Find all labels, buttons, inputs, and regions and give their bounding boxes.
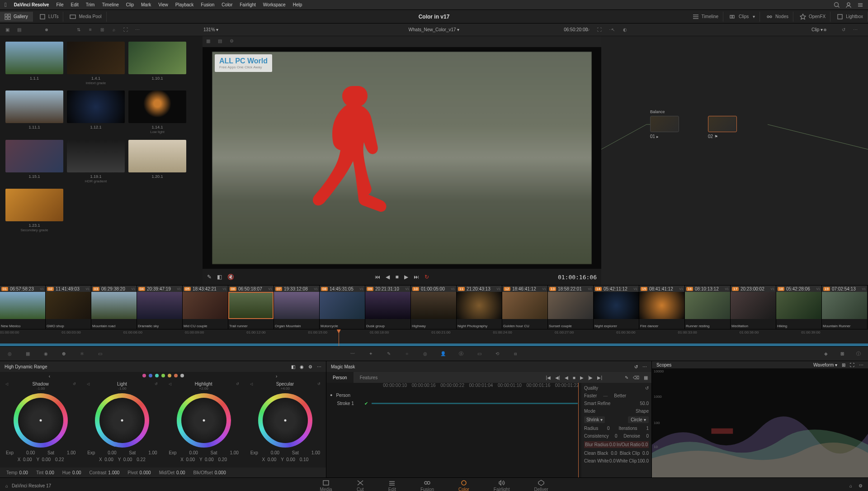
menu-fairlight[interactable]: Fairlight [240,2,256,7]
hdr-wheel-icon[interactable]: ◉ [300,364,304,369]
timeline-toggle[interactable]: Timeline [688,12,723,22]
apple-icon[interactable]:  [5,1,7,8]
mask-step-back-icon[interactable]: ◀| [555,375,560,380]
menu-edit[interactable]: Edit [71,2,79,7]
mask-tab-features[interactable]: Features [354,372,384,383]
cons-value[interactable]: 0 [615,434,618,439]
adjust-icon[interactable]: ◐ [621,26,628,33]
user-icon[interactable] [845,2,852,8]
zone-dot[interactable] [142,374,146,377]
clip-thumb[interactable]: 0306:29:38:20V1Mountain road [91,286,137,329]
luts-tab[interactable]: LUTs [35,12,64,22]
app-name[interactable]: DaVinci Resolve [14,2,49,7]
cw-value[interactable]: 0.0 [609,458,616,463]
gallery-thumb[interactable]: 1.23.1Secondary grade [5,189,63,232]
motion-icon[interactable]: ▭ [96,350,104,358]
stop-button[interactable]: ■ [395,274,398,280]
mask-tab-person[interactable]: Person [326,372,354,383]
den-value[interactable]: 0 [646,434,649,439]
info-icon[interactable]: ⓘ [854,350,863,358]
mode-select[interactable]: Shrink ▾ [584,416,605,423]
reset-icon[interactable]: ↺ [840,26,847,33]
sizing-icon[interactable]: ⟲ [493,350,501,358]
expand-icon[interactable]: ⛶ [122,26,129,33]
smart-refine-value[interactable]: 50.0 [640,401,649,406]
camera-raw-icon[interactable]: ◎ [5,350,14,358]
mask-erase-icon[interactable]: ⌫ [633,375,639,380]
viewer-mode-a-icon[interactable]: ▦ [206,38,212,45]
home2-icon[interactable]: ⌂ [849,483,852,488]
hdr-wheel[interactable]: ◁Shadow↺ -1.00 Exp0.00Sat1.00 X 0.00Y 0.… [0,380,81,467]
clip-thumb[interactable]: 1121:20:43:13V1Night Photography [457,286,502,329]
clip-thumb[interactable]: 1218:46:41:12V1Golden hour CU [502,286,548,329]
menu-icon[interactable] [857,2,863,8]
menu-timeline[interactable]: Timeline [102,2,118,7]
gallery-thumb[interactable]: 1.11.1 [5,91,63,134]
clip-thumb[interactable]: 1608:10:13:12V1Runner resting [685,286,731,329]
mute-icon[interactable]: 🔇 [227,274,234,280]
blur-value[interactable]: 0.0 [609,442,616,447]
viewer-mode-b-icon[interactable]: ▤ [218,38,224,45]
menu-mark[interactable]: Mark [141,2,151,7]
mask-overlay-icon[interactable]: ▦ [644,375,648,380]
clip-thumb[interactable]: 1805:42:28:06V1Hiking [776,286,822,329]
zone-dot[interactable] [174,374,178,377]
clip-name[interactable]: Whats_New_Color_v17 ▾ [409,27,460,32]
clip-thumb[interactable]: 0211:41:49:03V1GMO shop [46,286,91,329]
color-match-icon[interactable]: ▦ [24,350,32,358]
menu-clip[interactable]: Clip [126,2,134,7]
clip-thumb[interactable]: 0920:21:31:10V1Dusk group [365,286,411,329]
wheel-next[interactable]: › [276,374,277,379]
clip-thumb[interactable]: 1001:00:05:00V1Highway [411,286,457,329]
viewer[interactable]: ALL PC World Free Apps One Click Away [203,47,601,269]
more3-icon[interactable]: ⋯ [852,26,859,33]
menu-fusion[interactable]: Fusion [201,2,214,7]
hdr-wheel[interactable]: ◁Highlight↺ +2.00 Exp0.00Sat1.00 X 0.00Y… [163,380,245,467]
clip-thumb[interactable]: 0814:45:31:05V1Motorcycle [320,286,365,329]
clip-thumb[interactable]: 0106:57:58:23V1New Mexico [0,286,46,329]
scope-expand-icon[interactable]: ⛶ [850,362,854,367]
first-frame-button[interactable]: ⏮ [375,274,380,280]
more-icon[interactable]: ⋯ [134,26,141,33]
expand2-icon[interactable]: ⛶ [596,26,603,33]
clip-timeline[interactable]: 0106:57:58:23V1New Mexico0211:41:49:03V1… [0,285,868,329]
gallery-tab[interactable]: Gallery [0,12,33,22]
list-view-icon[interactable]: ≡ [87,26,94,33]
sync-icon[interactable]: ↻ [584,26,591,33]
menu-help[interactable]: Help [293,2,302,7]
wc-value[interactable]: 100.0 [637,458,649,463]
bc-value[interactable]: 0.0 [642,451,649,456]
clip-thumb[interactable]: 0518:43:42:21V1Mid CU couple [183,286,228,329]
3d-icon[interactable]: ⧈ [511,350,519,358]
playhead[interactable] [339,329,339,346]
menu-playback[interactable]: Playback [175,2,194,7]
magic-mask-icon[interactable]: 👤 [439,350,447,358]
play-button[interactable]: ▶ [404,274,408,280]
zone-dot[interactable] [155,374,159,377]
hdr-icon[interactable]: ⊕ [60,350,68,358]
clip-thumb[interactable]: 1907:02:54:13V1Mountain Runner [822,286,868,329]
grid-view-icon[interactable]: ⊞ [99,26,106,33]
warper-icon[interactable]: ✦ [367,350,375,358]
blur-icon[interactable]: Ⓐ [457,350,465,358]
clip-thumb[interactable]: 1508:41:41:12V1Fire dancer [639,286,685,329]
mask-reset-icon[interactable]: ↺ [634,364,638,369]
mask-playhead[interactable] [578,383,579,477]
page-color[interactable]: Color [458,480,469,491]
rgb-mixer-icon[interactable]: ⚛ [78,350,86,358]
page-edit[interactable]: Edit [388,480,396,491]
page-fusion[interactable]: Fusion [420,480,434,491]
radius-value[interactable]: 0 [607,426,610,431]
iter-value[interactable]: 1 [646,426,649,431]
mask-prev-key-icon[interactable]: |◀ [546,375,551,380]
zone-dot[interactable] [161,374,165,377]
menu-workspace[interactable]: Workspace [263,2,286,7]
page-fairlight[interactable]: Fairlight [494,480,510,491]
scopes-icon[interactable]: ⊞ [838,350,846,358]
curves-icon[interactable]: 〰 [349,350,357,358]
zone-dot[interactable] [149,374,152,377]
key-icon[interactable]: ▭ [475,350,483,358]
mask-row-stroke[interactable]: Stroke 1 ✔ [326,399,581,407]
pointer-icon[interactable]: ↖ [609,26,617,33]
window-icon[interactable]: ○ [403,350,411,358]
